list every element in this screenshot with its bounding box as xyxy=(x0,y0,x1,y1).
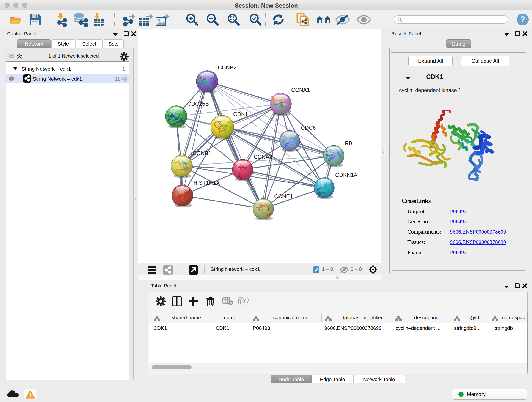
svg-text:RB1: RB1 xyxy=(345,140,355,147)
svg-text:CDC25B: CDC25B xyxy=(187,101,209,107)
svg-text:CDC6: CDC6 xyxy=(301,125,316,131)
svg-text:?: ? xyxy=(520,15,525,24)
svg-text:HIST1H1A: HIST1H1A xyxy=(193,180,220,186)
svg-text:CCNA2: CCNA2 xyxy=(254,154,272,160)
svg-text:CCNB2: CCNB2 xyxy=(218,64,236,70)
svg-text:CCNB1: CCNB1 xyxy=(193,150,211,156)
svg-text:CDKN1A: CDKN1A xyxy=(335,172,357,178)
svg-text:CDK1: CDK1 xyxy=(233,111,248,117)
svg-text:CCNE1: CCNE1 xyxy=(274,193,293,199)
svg-text:CCNA1: CCNA1 xyxy=(291,87,310,93)
